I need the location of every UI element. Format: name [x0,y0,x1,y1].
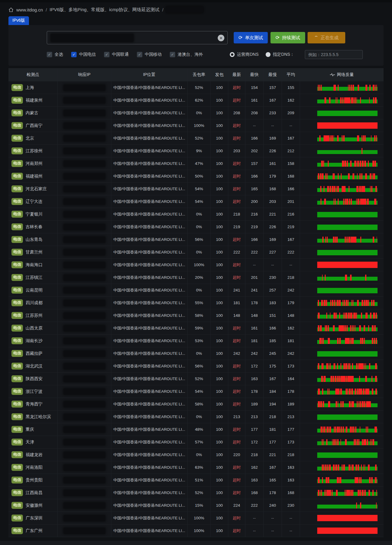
avg-value: 178 [287,389,294,394]
ip-location-cell: 中国/中国香港/中国香港/NEAROUTE LI... [111,309,188,322]
fastest-cell: 200 [245,195,264,208]
ip-location-cell: 中国/中国香港/中国香港/NEAROUTE LI... [111,119,188,132]
network-quality-cell [300,284,384,296]
continuous-test-button[interactable]: ⟳ 持续测试 [270,32,305,43]
latest-cell: 208 [228,107,245,119]
home-icon[interactable] [8,7,14,12]
quality-bar [317,135,378,141]
average-cell: 212 [282,145,300,157]
loss-rate-cell: 55% [188,297,211,309]
generating-button[interactable]: 正在生成 [308,32,345,43]
table-row: 电信 广西南宁 中国/中国香港/中国香港/NEAROUTE LI... 100%… [8,119,384,132]
city-label: 吉林长春 [26,224,43,230]
slowest-value: 179 [269,174,276,178]
packets-sent: 100 [216,301,223,305]
slowest-cell: 230 [264,271,282,284]
latest-value: 181 [233,301,240,305]
ip-location-cell: 中国/中国香港/中国香港/NEAROUTE LI... [111,360,188,372]
loss-rate-cell: 52% [188,487,211,499]
latest-cell: 超时 [228,157,245,170]
breadcrumb-home-link[interactable]: www.itdog.cn [16,7,43,12]
radio-unselected-icon [266,52,270,57]
single-test-button[interactable]: ⟳ 单次测试 [234,32,268,43]
ip-location-cell: 中国/中国香港/中国香港/NEAROUTE LI... [111,335,188,347]
packets-sent: 100 [216,187,223,191]
average-cell: 164 [282,373,300,385]
tab-ipv6[interactable]: IPv6版 [8,16,29,25]
slowest-value: -- [271,528,274,533]
breadcrumb-separator: / [46,7,47,12]
network-quality-cell [300,309,384,322]
loss-rate: 51% [195,478,203,482]
packets-sent: 100 [216,263,223,267]
ip-location-cell: 中国/中国香港/中国香港/NEAROUTE LI... [111,271,188,284]
radio-carrier-dns[interactable]: 运营商DNS [230,52,259,57]
slowest-cell: 166 [264,322,282,334]
redacted-response-ip [64,173,105,179]
packets-sent-cell: 100 [211,423,228,436]
table-row: 电信 山东青岛 中国/中国香港/中国香港/NEAROUTE LI... 56% … [8,233,384,246]
packets-sent-cell: 100 [211,474,228,486]
checkbox-china-telecom[interactable]: ✓ 中国电信 [71,52,96,57]
latest-value: 超时 [233,123,241,128]
fastest-value: 162 [251,465,258,470]
slowest-cell: 165 [264,474,282,486]
dns-input[interactable] [305,50,363,59]
clear-icon[interactable]: ✕ [218,35,224,41]
latest-value: 超时 [233,186,241,192]
checkbox-label: 港澳台、海外 [178,52,203,57]
redacted-response-ip [64,427,105,433]
table-row: 电信 辽宁大连 中国/中国香港/中国香港/NEAROUTE LI... 54% … [8,195,384,208]
table-row: 电信 安徽滁州 中国/中国香港/中国香港/NEAROUTE LI... 15% … [8,499,384,512]
checkbox-select-all[interactable]: ✓ 全选 [47,52,63,57]
checkpoint-cell: 电信 广西南宁 [8,119,58,132]
refresh-icon: ⟳ [239,35,242,40]
packets-sent-cell: 100 [211,335,228,347]
checkpoint-cell: 电信 湖北武汉 [8,360,58,372]
table-row: 电信 西藏拉萨 中国/中国香港/中国香港/NEAROUTE LI... 0% 1… [8,347,384,360]
target-host-input[interactable]: ✕ [47,31,228,44]
checkbox-china-unicom[interactable]: ✓ 中国联通 [104,52,129,57]
checkbox-hk-mo-tw-overseas[interactable]: ✓ 港澳台、海外 [170,52,203,57]
isp-badge: 电信 [11,109,23,116]
latest-cell: 222 [228,246,245,258]
network-quality-cell [300,208,384,220]
fastest-value: 161 [251,326,258,330]
fastest-cell: 208 [245,107,264,119]
table-row: 电信 湖南长沙 中国/中国香港/中国香港/NEAROUTE LI... 53% … [8,335,384,347]
isp-badge: 电信 [11,223,23,230]
city-label: 天津 [26,439,34,445]
checkpoint-cell: 电信 吉林长春 [8,221,58,233]
loss-rate-cell: 20% [188,271,211,284]
latest-value: 超时 [233,402,241,407]
loss-rate: 62% [195,98,203,102]
slowest-cell: -- [264,512,282,524]
isp-badge: 电信 [11,477,23,483]
fastest-cell: 163 [245,373,264,385]
table-row: 电信 贵州贵阳 中国/中国香港/中国香港/NEAROUTE LI... 51% … [8,474,384,487]
avg-value: 179 [287,301,294,305]
latest-value: 218 [233,212,240,216]
loss-rate-cell: 0% [188,221,211,233]
fastest-cell: 216 [245,208,264,220]
checkbox-china-mobile[interactable]: ✓ 中国移动 [137,52,162,57]
slowest-value: 166 [269,326,276,330]
loss-rate-cell: 0% [188,347,211,360]
header-checkpoint: 检测点 [8,68,58,81]
fastest-value: 200 [251,199,258,204]
checkpoint-cell: 电信 上海 [8,81,58,94]
city-label: 云南昆明 [26,288,43,293]
table-row: 电信 青海西宁 中国/中国香港/中国香港/NEAROUTE LI... 58% … [8,398,384,411]
city-label: 湖北武汉 [26,364,43,369]
latest-value: 超时 [233,237,241,242]
city-label: 安徽滁州 [26,503,43,508]
avg-value: 218 [287,452,294,457]
ip-location-cell: 中国/中国香港/中国香港/NEAROUTE LI... [111,259,188,271]
ip-location-cell: 中国/中国香港/中国香港/NEAROUTE LI... [111,474,188,486]
slowest-cell: 226 [264,221,282,233]
redacted-response-ip [64,110,105,116]
radio-custom-dns[interactable]: 指定DNS： [266,52,295,57]
isp-badge: 电信 [11,274,23,281]
quality-bar [317,528,378,534]
breadcrumb-path-link[interactable]: IPV6版、多地Ping、常规版、icmp协议、网络延迟测试 [50,7,160,13]
